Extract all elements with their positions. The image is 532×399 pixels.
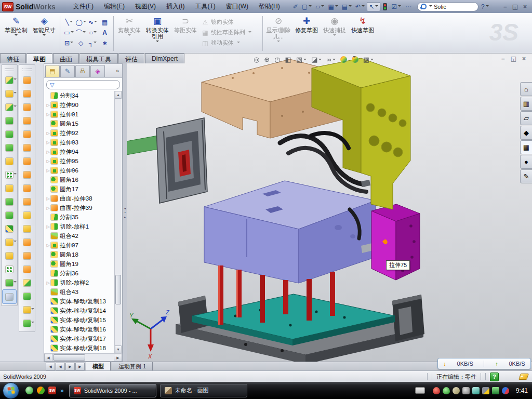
menu-item[interactable]: 视图(V) — [130, 1, 161, 12]
zoom-area-icon[interactable]: ⊕ — [264, 56, 270, 63]
help-button[interactable]: ? — [480, 3, 490, 11]
menu-item[interactable]: 工具(T) — [190, 1, 220, 12]
trim-entities-button[interactable]: ✂剪裁实体 — [115, 14, 143, 53]
hide-show-items-icon[interactable]: ∞ — [326, 56, 335, 63]
offset-surface-icon[interactable] — [20, 168, 34, 181]
suite-icon[interactable] — [37, 387, 45, 394]
security-plus-tray-icon[interactable] — [492, 387, 499, 394]
view-orientation-icon[interactable]: ▧ — [296, 56, 307, 63]
jump-start-button[interactable]: ◀ — [46, 363, 55, 370]
taskbar-clock[interactable]: 9:41 — [516, 387, 528, 394]
solidworks-launcher-icon[interactable]: SW — [48, 387, 56, 394]
panel-splitter[interactable]: ◂▪▸ — [123, 63, 127, 362]
tree-item[interactable]: ▷ 拉伸95 — [45, 156, 122, 166]
dome-icon[interactable] — [20, 289, 34, 303]
curve-tool-icon[interactable] — [3, 276, 16, 289]
surface-fillet-icon[interactable] — [20, 181, 34, 195]
tree-item[interactable]: 分割36 — [45, 269, 122, 278]
insert-part-icon[interactable] — [3, 235, 16, 249]
tree-item[interactable]: 分割35 — [45, 212, 122, 222]
tree-item[interactable]: ▷ 切除-放样2 — [45, 278, 122, 287]
expand-arrow-icon[interactable]: ▷ — [45, 196, 51, 201]
jump-end-button[interactable]: ▶ — [75, 363, 85, 370]
lofted-surface-icon[interactable] — [20, 114, 34, 127]
combine-bodies-icon[interactable] — [3, 195, 16, 208]
expand-arrow-icon[interactable]: ▷ — [45, 131, 51, 136]
tree-vertical-scrollbar[interactable]: ▲ ▼ — [114, 91, 122, 353]
resources-tab[interactable]: ⌂ — [520, 82, 532, 96]
rapid-sketch-button[interactable]: ↯快速草图 — [349, 14, 377, 53]
quick-snaps-button[interactable]: ◉快速捕捉 — [321, 14, 349, 53]
line-tool-icon[interactable]: ╲ — [63, 17, 75, 28]
tree-item[interactable]: 圆角19 — [45, 259, 122, 269]
start-button[interactable] — [3, 382, 19, 399]
security-shield-tray-icon[interactable] — [443, 387, 450, 394]
keyboard-layout-icon[interactable] — [415, 387, 425, 394]
linear-pattern-icon[interactable] — [3, 168, 16, 181]
tree-item[interactable]: 圆角15 — [45, 119, 122, 128]
arc-tool-icon[interactable]: ⌒ — [75, 28, 87, 38]
smart-dimension-button[interactable]: ◈智能尺寸 — [30, 14, 58, 53]
close-button[interactable]: × — [523, 3, 527, 10]
scroll-down-icon[interactable]: ▼ — [115, 345, 122, 353]
tree-item[interactable]: ▷ 拉伸92 — [45, 128, 122, 138]
signal-tray-icon[interactable] — [472, 387, 480, 394]
sketch-button[interactable]: ✎草图绘制 — [2, 14, 30, 53]
tree-item[interactable]: ▷ 拉伸91 — [45, 110, 122, 119]
tree-item[interactable]: ▷ 拉伸94 — [45, 147, 122, 156]
quick-tips-icon[interactable]: ? — [490, 373, 499, 381]
tree-horizontal-scrollbar[interactable]: ◀ ▶ — [44, 353, 122, 361]
tree-item[interactable]: 实体-移动/复制13 — [45, 297, 122, 306]
menu-item[interactable]: 文件(F) — [68, 1, 99, 12]
more-tools-button[interactable]: ⋯ — [404, 3, 413, 11]
minimize-button[interactable]: – — [503, 3, 507, 10]
mirror-bodies-icon[interactable] — [3, 181, 16, 195]
tree-item[interactable]: ▷ 拉伸90 — [45, 100, 122, 110]
view-palette-tab[interactable]: ▦ — [520, 140, 532, 154]
design-library-tab[interactable]: ▥ — [520, 97, 532, 111]
scroll-right-icon[interactable]: ▶ — [114, 354, 122, 362]
tree-item[interactable]: 圆角18 — [45, 250, 122, 259]
doc-minimize-button[interactable]: – — [501, 55, 505, 62]
repair-sketch-button[interactable]: ✚修复草图 — [292, 14, 321, 53]
offset-entities-button[interactable]: ⊃等距实体 — [171, 14, 200, 53]
taskbar-window-paint[interactable]: 未命名 - 画图 — [160, 384, 247, 397]
revolve-boss-icon[interactable] — [3, 73, 16, 87]
tab-evaluate[interactable]: 评估 — [118, 54, 144, 63]
view-settings-icon[interactable]: ▩ — [363, 56, 374, 63]
apply-scene-icon[interactable] — [352, 56, 358, 63]
previous-view-icon[interactable]: ◷ — [274, 56, 280, 63]
expand-arrow-icon[interactable]: ▷ — [45, 224, 51, 229]
point-tool-icon[interactable]: ∗ — [99, 38, 111, 48]
tags-icon[interactable] — [518, 374, 529, 380]
menu-item[interactable]: 窗口(W) — [221, 1, 254, 12]
model-3d-view[interactable]: Y Z X — [126, 54, 532, 362]
section-view-icon[interactable]: ◧ — [285, 56, 291, 63]
lofted-boss-icon[interactable] — [3, 127, 16, 141]
boundary-surface-icon[interactable] — [20, 127, 34, 141]
tree-item[interactable]: 组合42 — [45, 231, 122, 241]
step-forward-button[interactable]: ▶ — [65, 363, 75, 370]
scrollbar-thumb[interactable] — [53, 354, 85, 361]
revolved-surface-icon[interactable] — [20, 87, 34, 100]
polygon-tool-icon[interactable]: ◇ — [75, 38, 87, 48]
tab-features[interactable]: 特征 — [0, 54, 26, 63]
extruded-cut-icon[interactable] — [3, 87, 16, 100]
spline-tool-icon[interactable]: ∿ — [87, 17, 99, 28]
tree-item[interactable]: 分割34 — [45, 91, 122, 100]
print-button[interactable]: ▤ — [340, 3, 353, 11]
tree-item[interactable]: 实体-移动/复制14 — [45, 306, 122, 315]
doc-close-button[interactable]: × — [522, 55, 526, 62]
tab-sketch[interactable]: 草图 — [26, 54, 52, 63]
scroll-up-icon[interactable]: ▲ — [115, 91, 122, 99]
expand-arrow-icon[interactable]: ▷ — [45, 168, 51, 173]
text-tool-icon[interactable]: A — [99, 28, 111, 38]
zoom-fit-icon[interactable]: ◎ — [254, 56, 259, 63]
options-button[interactable]: ☑ — [390, 3, 403, 11]
measure-icon[interactable] — [2, 289, 17, 304]
slot-tool-icon[interactable]: ⊡ — [63, 38, 75, 48]
taskbar-window-solidworks[interactable]: SW SolidWorks 2009 - ... — [69, 384, 156, 397]
pin-icon[interactable]: ✐ — [291, 3, 300, 11]
propertymanager-tab[interactable]: ✎ — [60, 65, 75, 77]
expand-arrow-icon[interactable]: ▷ — [45, 150, 51, 154]
